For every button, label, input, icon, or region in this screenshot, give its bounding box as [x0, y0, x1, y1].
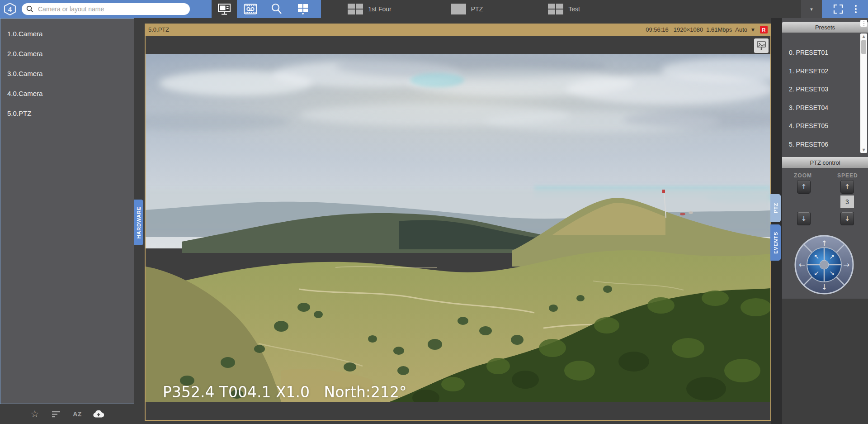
- chevron-down-icon: ▾: [810, 6, 813, 12]
- video-tile-title: 5.0.PTZ: [148, 26, 169, 33]
- pan-up-right-icon[interactable]: ↗: [829, 253, 835, 260]
- layout-grid-icon: [297, 4, 308, 13]
- video-time: 09:56:16: [646, 26, 669, 33]
- app-logo-icon[interactable]: 4: [3, 2, 17, 16]
- single-pane-icon: [451, 4, 466, 14]
- camera-list-item[interactable]: 1.0.Camera: [0, 24, 134, 43]
- presets-header: Presets: [782, 22, 868, 33]
- speed-label: SPEED: [837, 172, 858, 179]
- snapshot-button[interactable]: [754, 38, 769, 53]
- grid-2x2-icon: [548, 4, 563, 14]
- ptz-control-header: PTZ control: [782, 157, 868, 168]
- preset-item[interactable]: 1. PRESET02: [782, 62, 860, 81]
- ptz-osd-text: P352.4 T004.1 X1.0 North:212°: [163, 383, 406, 401]
- speed-up-button[interactable]: ↑: [840, 180, 854, 194]
- recordings-tape-icon: [244, 4, 257, 14]
- layout-tab-ptz[interactable]: PTZ: [418, 0, 515, 18]
- sort-alphabetical-icon[interactable]: AZ: [71, 408, 83, 420]
- ptz-panel: Presets 0. PRESET01 1. PRESET02 2. PRESE…: [782, 18, 868, 299]
- pan-down-right-icon[interactable]: ↘: [829, 269, 835, 276]
- layout-tabs: 1st Four PTZ Test: [321, 0, 613, 18]
- zoom-in-button[interactable]: ↑: [797, 180, 811, 194]
- layout-tab-label: PTZ: [471, 5, 483, 13]
- layouts-button[interactable]: ▾: [290, 0, 316, 18]
- preset-item[interactable]: 2. PRESET03: [782, 80, 860, 99]
- scrollbar-thumb[interactable]: [861, 40, 866, 54]
- scroll-up-icon[interactable]: ▲: [860, 34, 867, 38]
- preset-scrollbar[interactable]: ▲ ▼: [860, 33, 867, 153]
- cloud-upload-icon[interactable]: [93, 408, 104, 420]
- search-view-button[interactable]: [264, 0, 289, 18]
- landscape-video-image: [146, 54, 770, 402]
- monitor-icon: [217, 3, 231, 15]
- video-tile-meta: 09:56:16 1920×1080 1.61Mbps Auto ▼ R: [646, 26, 768, 33]
- svg-text:4: 4: [8, 5, 12, 13]
- camera-list: 1.0.Camera 2.0.Camera 3.0.Camera 4.0.Cam…: [0, 19, 134, 123]
- magnifier-icon: [270, 3, 283, 15]
- preset-item[interactable]: 4. PRESET05: [782, 117, 860, 135]
- preset-item[interactable]: 5. PRESET06: [782, 135, 860, 154]
- sort-filter-icon[interactable]: [50, 408, 62, 420]
- preset-item[interactable]: 3. PRESET04: [782, 99, 860, 117]
- ptz-tab-label: PTZ: [773, 203, 778, 213]
- video-tile-titlebar[interactable]: 5.0.PTZ 09:56:16 1920×1080 1.61Mbps Auto…: [145, 24, 771, 36]
- layout-tab-1st-four[interactable]: 1st Four: [321, 0, 418, 18]
- live-view-button[interactable]: [212, 0, 237, 18]
- hardware-side-tab[interactable]: HARDWARE: [134, 200, 143, 245]
- layout-tab-test[interactable]: Test: [515, 0, 613, 18]
- fullscreen-icon[interactable]: [833, 4, 843, 14]
- sidebar-toolbar: ☆ AZ: [0, 404, 134, 424]
- layout-tab-label: Test: [568, 5, 580, 13]
- video-stream-mode: Auto: [735, 26, 747, 33]
- camera-list-item[interactable]: 4.0.Camera: [0, 83, 134, 103]
- events-side-tab[interactable]: EVENTS: [770, 224, 781, 261]
- ptz-side-tab[interactable]: PTZ: [770, 194, 781, 222]
- save-image-icon: [756, 41, 766, 51]
- search-box: [22, 3, 190, 15]
- stream-caret-icon[interactable]: ▼: [751, 28, 755, 32]
- video-tile-body: P352.4 T004.1 X1.0 North:212°: [145, 36, 771, 421]
- preset-item[interactable]: 0. PRESET01: [782, 43, 860, 62]
- top-bar-right-section: [822, 0, 868, 18]
- hardware-tab-label: HARDWARE: [136, 206, 142, 238]
- pan-up-left-icon[interactable]: ↖: [814, 253, 819, 260]
- search-input[interactable]: [37, 5, 185, 13]
- arrow-down-icon: ↓: [844, 214, 850, 223]
- arrow-down-icon: ↓: [801, 214, 807, 223]
- layouts-caret-icon: ▾: [302, 13, 304, 15]
- top-bar: 4: [0, 0, 868, 18]
- camera-list-item[interactable]: 2.0.Camera: [0, 43, 134, 63]
- video-resolution: 1920×1080: [674, 26, 703, 33]
- preset-list: 0. PRESET01 1. PRESET02 2. PRESET03 3. P…: [782, 43, 860, 153]
- kebab-menu-icon[interactable]: [855, 5, 857, 13]
- topbar-dropdown-button[interactable]: ▾: [801, 0, 822, 18]
- search-icon: [26, 5, 33, 13]
- video-tile[interactable]: 5.0.PTZ 09:56:16 1920×1080 1.61Mbps Auto…: [145, 24, 771, 421]
- ptz-joystick[interactable]: ↑ ↓ ← → ↖ ↗ ↙ ↘: [793, 234, 855, 295]
- pan-up-icon[interactable]: ↑: [821, 239, 827, 248]
- pan-down-icon[interactable]: ↓: [821, 282, 827, 291]
- zoom-out-button[interactable]: ↓: [797, 212, 811, 225]
- pan-down-left-icon[interactable]: ↙: [814, 269, 819, 276]
- recordings-button[interactable]: [238, 0, 263, 18]
- speed-value: 3: [840, 195, 854, 208]
- arrow-up-icon: ↑: [844, 183, 850, 191]
- favorites-star-icon[interactable]: ☆: [29, 408, 41, 420]
- camera-list-panel: 1.0.Camera 2.0.Camera 3.0.Camera 4.0.Cam…: [0, 18, 134, 404]
- presets-header-label: Presets: [815, 24, 835, 31]
- preset-scroll-grip[interactable]: [860, 20, 867, 27]
- zoom-label: ZOOM: [794, 172, 812, 179]
- pan-right-icon[interactable]: →: [843, 260, 849, 269]
- layout-tab-label: 1st Four: [368, 5, 391, 13]
- speed-down-button[interactable]: ↓: [840, 212, 854, 225]
- camera-list-item[interactable]: 3.0.Camera: [0, 63, 134, 83]
- arrow-up-icon: ↑: [801, 183, 807, 191]
- grid-2x2-icon: [348, 4, 363, 14]
- recording-badge: R: [760, 26, 768, 33]
- events-tab-label: EVENTS: [773, 232, 778, 254]
- camera-list-item[interactable]: 5.0.PTZ: [0, 103, 134, 123]
- scroll-down-icon[interactable]: ▼: [860, 148, 867, 152]
- pan-left-icon[interactable]: ←: [799, 260, 805, 269]
- camera-video-frame[interactable]: P352.4 T004.1 X1.0 North:212°: [146, 54, 770, 402]
- video-bitrate: 1.61Mbps: [706, 26, 732, 33]
